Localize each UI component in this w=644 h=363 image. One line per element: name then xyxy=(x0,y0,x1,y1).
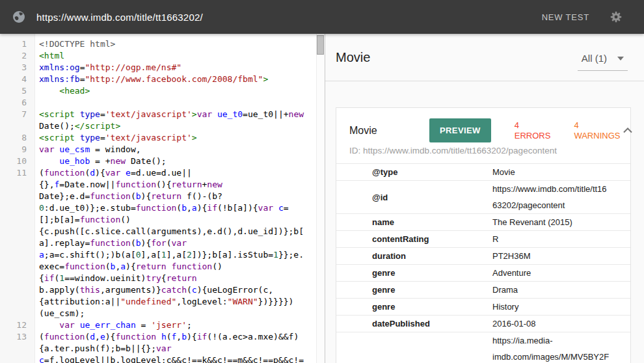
properties-rows: @typeMovie@idhttps://www.imdb.com/title/… xyxy=(336,164,630,363)
property-value: Movie xyxy=(492,164,630,181)
filter-label: All (1) xyxy=(582,53,607,64)
result-card: Movie PREVIEW 4 ERRORS 4 WARNINGS ID: ht… xyxy=(336,107,631,363)
scrollbar-thumb[interactable] xyxy=(317,35,324,55)
code-text: <html xyxy=(35,50,325,62)
content: 1<!DOCTYPE html>2<html3xmlns:og="http://… xyxy=(0,34,644,363)
line-number: 5 xyxy=(0,85,35,97)
line-number: 6 xyxy=(0,97,35,109)
result-type-title: Movie xyxy=(349,125,411,137)
property-key: @id xyxy=(336,181,492,214)
code-editor[interactable]: 1<!DOCTYPE html>2<html3xmlns:og="http://… xyxy=(0,34,325,363)
line-number: 1 xyxy=(0,38,35,50)
property-key: genre xyxy=(336,299,492,316)
code-line: 8<script type='text/javascript'> xyxy=(0,132,325,144)
table-row[interactable]: genreAdventure xyxy=(336,265,630,282)
code-line: 12 var ue_err_chan = 'jserr'; xyxy=(0,319,325,331)
code-text: (function(d,e){function h(f,b){if(!(a.ec… xyxy=(35,331,325,363)
property-key: contentRating xyxy=(336,231,492,248)
warnings-label: WARNINGS xyxy=(574,131,620,141)
code-text: <script type='text/javascript'>var ue_t0… xyxy=(35,109,325,132)
property-value: 2016-01-08 xyxy=(492,316,630,332)
property-key xyxy=(336,332,492,363)
code-line: 10 ue_hob = +new Date(); xyxy=(0,155,325,167)
preview-button[interactable]: PREVIEW xyxy=(429,118,491,142)
item-id: ID: https://www.imdb.com/title/tt1663202… xyxy=(336,144,630,163)
code-text: xmlns:og="http://ogp.me/ns#" xyxy=(35,62,325,74)
line-number: 7 xyxy=(0,109,35,120)
property-value: PT2H36M xyxy=(492,248,630,265)
errors-label: ERRORS xyxy=(515,131,551,141)
code-line: 5 <head> xyxy=(0,85,325,97)
top-bar: https://www.imdb.com/title/tt1663202/ NE… xyxy=(0,0,644,34)
code-line: 6 xyxy=(0,97,325,109)
line-number: 10 xyxy=(0,155,35,167)
table-row[interactable]: contentRatingR xyxy=(336,231,630,248)
line-number: 12 xyxy=(0,319,35,331)
source-panel: 1<!DOCTYPE html>2<html3xmlns:og="http://… xyxy=(0,34,325,363)
table-row[interactable]: genreHistory xyxy=(336,299,630,316)
new-test-button[interactable]: NEW TEST xyxy=(542,12,589,22)
line-number: 3 xyxy=(0,62,35,74)
code-text: <script type='text/javascript'> xyxy=(35,132,325,144)
table-row[interactable]: datePublished2016-01-08 xyxy=(336,316,630,332)
property-key: datePublished xyxy=(336,316,492,332)
property-value: History xyxy=(492,299,630,316)
property-value: The Revenant (2015) xyxy=(492,214,630,231)
code-line: 2<html xyxy=(0,50,325,62)
code-line: 7<script type='text/javascript'>var ue_t… xyxy=(0,109,325,132)
line-number: 2 xyxy=(0,50,35,62)
property-key: name xyxy=(336,214,492,231)
chevron-down-icon xyxy=(617,57,624,60)
code-text: <!DOCTYPE html> xyxy=(35,38,325,50)
code-text: var ue_csm = window, xyxy=(35,144,325,155)
warnings-toggle[interactable]: 4 WARNINGS xyxy=(574,120,620,141)
code-line: 11(function(d){var e=d.ue=d.ue|| {},f=Da… xyxy=(0,167,325,319)
code-line: 13(function(d,e){function h(f,b){if(!(a.… xyxy=(0,331,325,363)
table-row[interactable]: @idhttps://www.imdb.com/title/tt16 63202… xyxy=(336,181,630,214)
code-line: 1<!DOCTYPE html> xyxy=(0,38,325,50)
results-panel: Movie All (1) Movie PREVIEW 4 ERRORS 4 W… xyxy=(325,34,644,363)
globe-icon xyxy=(12,10,26,24)
result-card-header: Movie PREVIEW 4 ERRORS 4 WARNINGS xyxy=(336,108,630,144)
chevron-up-icon[interactable] xyxy=(620,125,636,136)
code-line: 4xmlns:fb="http://www.facebook.com/2008/… xyxy=(0,74,325,85)
url-input[interactable]: https://www.imdb.com/title/tt1663202/ xyxy=(36,12,203,23)
property-value: Adventure xyxy=(492,265,630,282)
property-key: @type xyxy=(336,164,492,181)
line-number: 13 xyxy=(0,331,35,343)
table-row[interactable]: durationPT2H36M xyxy=(336,248,630,265)
code-text: ue_hob = +new Date(); xyxy=(35,155,325,167)
code-line: 9var ue_csm = window, xyxy=(0,144,325,155)
property-key: duration xyxy=(336,248,492,265)
code-line: 3xmlns:og="http://ogp.me/ns#" xyxy=(0,62,325,74)
property-key: genre xyxy=(336,282,492,299)
property-value: https://www.imdb.com/title/tt16 63202/pa… xyxy=(492,181,630,214)
results-heading: Movie xyxy=(336,50,370,65)
code-lines: 1<!DOCTYPE html>2<html3xmlns:og="http://… xyxy=(0,38,325,363)
scrollbar-track xyxy=(316,34,325,363)
line-number: 8 xyxy=(0,132,35,144)
code-text: var ue_err_chan = 'jserr'; xyxy=(35,319,325,331)
code-text: (function(d){var e=d.ue=d.ue|| {},f=Date… xyxy=(35,167,325,319)
property-value: https://ia.media- imdb.com/images/M/MV5B… xyxy=(492,332,630,363)
warnings-count: 4 xyxy=(574,120,620,131)
table-row[interactable]: nameThe Revenant (2015) xyxy=(336,214,630,231)
gear-icon[interactable] xyxy=(609,10,623,24)
errors-count: 4 xyxy=(515,120,551,131)
property-key: genre xyxy=(336,265,492,282)
property-value: Drama xyxy=(492,282,630,299)
line-number: 4 xyxy=(0,74,35,85)
properties-table: @typeMovie@idhttps://www.imdb.com/title/… xyxy=(336,163,630,363)
line-number: 9 xyxy=(0,144,35,155)
property-value: R xyxy=(492,231,630,248)
filter-dropdown[interactable]: All (1) xyxy=(578,50,628,71)
code-text xyxy=(35,97,325,109)
table-row[interactable]: @typeMovie xyxy=(336,164,630,181)
code-text: xmlns:fb="http://www.facebook.com/2008/f… xyxy=(35,74,325,85)
errors-toggle[interactable]: 4 ERRORS xyxy=(515,120,551,141)
results-header: Movie All (1) xyxy=(325,34,644,81)
table-row[interactable]: genreDrama xyxy=(336,282,630,299)
code-text: <head> xyxy=(35,85,325,97)
line-number: 11 xyxy=(0,167,35,179)
table-row[interactable]: https://ia.media- imdb.com/images/M/MV5B… xyxy=(336,332,630,363)
